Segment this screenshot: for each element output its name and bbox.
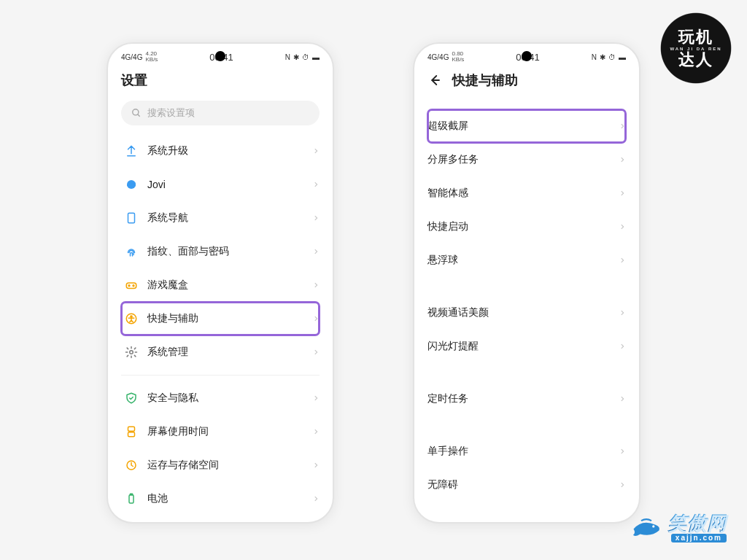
list-item-label: Jovi: [147, 179, 312, 190]
list-item[interactable]: 定时任务: [427, 382, 626, 416]
list-item[interactable]: 屏幕使用时间: [121, 415, 320, 448]
list-item-label: 电池: [147, 492, 312, 505]
storage-icon: [121, 459, 142, 472]
search-icon: [131, 108, 142, 118]
list-item[interactable]: 闪光灯提醒: [427, 330, 626, 363]
list-item[interactable]: 超级截屏: [427, 109, 626, 143]
list-item[interactable]: 运存与存储空间: [121, 448, 320, 482]
list-item-label: 闪光灯提醒: [427, 340, 619, 353]
nav-icon: [121, 211, 142, 225]
divider: [121, 375, 320, 376]
list-item[interactable]: 系统升级: [121, 134, 320, 168]
fish-icon: [631, 517, 662, 539]
chevron-right-icon: [312, 179, 320, 190]
list-item[interactable]: 智能体感: [427, 176, 626, 210]
battery-icon: ▬: [312, 53, 320, 61]
bluetooth-icon: ✱: [293, 53, 299, 61]
svg-rect-15: [131, 494, 133, 495]
list-item[interactable]: 安全与隐私: [121, 381, 320, 415]
watermark-url: xajjn.com: [671, 534, 727, 542]
svg-point-17: [652, 525, 654, 527]
svg-line-1: [138, 114, 140, 117]
chevron-right-icon: [619, 222, 626, 232]
svg-point-9: [131, 316, 132, 317]
search-placeholder: 搜索设置项: [147, 106, 195, 120]
chevron-right-icon: [619, 155, 626, 165]
svg-rect-11: [128, 427, 135, 431]
chevron-right-icon: [312, 347, 320, 357]
list-item-label: 快捷启动: [427, 220, 619, 233]
search-input[interactable]: 搜索设置项: [121, 101, 320, 125]
list-item[interactable]: 悬浮球: [427, 244, 626, 277]
list-item-label: 视频通话美颜: [427, 306, 619, 319]
list-item[interactable]: 分屏多任务: [427, 143, 626, 176]
nfc-icon: N: [592, 53, 597, 61]
list-item[interactable]: 系统管理: [121, 335, 320, 369]
list-item-label: 快捷与辅助: [147, 312, 312, 325]
bluetooth-icon: ✱: [600, 53, 605, 61]
chevron-right-icon: [619, 446, 626, 456]
list-item-label: 系统升级: [147, 144, 312, 158]
page-title-row: 设置: [118, 66, 322, 96]
brand-badge: 玩机 WAN JI DA REN 达人: [661, 13, 731, 83]
list-item-label: 智能体感: [427, 187, 619, 200]
security-icon: [121, 392, 142, 405]
system-mgmt-icon: [121, 346, 142, 359]
svg-point-6: [128, 285, 130, 287]
chevron-right-icon: [312, 494, 320, 504]
list-item-label: 运存与存储空间: [147, 459, 312, 472]
alarm-icon: ⏱: [608, 53, 616, 61]
list-item[interactable]: 单手操作: [427, 435, 626, 468]
chevron-right-icon: [312, 146, 320, 156]
chevron-right-icon: [312, 393, 320, 403]
list-item-label: 分屏多任务: [427, 153, 619, 166]
list-item[interactable]: 视频通话美颜: [427, 296, 626, 330]
list-item-label: 屏幕使用时间: [147, 425, 312, 438]
list-item[interactable]: 游戏魔盒: [121, 268, 320, 302]
list-item[interactable]: 无障碍: [427, 468, 626, 502]
page-title: 设置: [121, 71, 147, 89]
chevron-right-icon: [619, 341, 626, 351]
net-speed: 0.80KB/s: [452, 51, 464, 63]
list-item-label: 系统管理: [147, 346, 312, 359]
list-item[interactable]: 系统导航: [121, 201, 320, 235]
battery-icon: ▬: [619, 53, 626, 61]
notch: [215, 51, 225, 61]
phone-shortcuts: 4G/4G 0.80KB/s 00:41 N ✱ ⏱ ▬ 快捷与辅助 超级截屏分…: [413, 42, 640, 524]
svg-rect-12: [128, 432, 135, 437]
signal-icon: 4G/4G: [121, 53, 142, 61]
svg-point-7: [133, 285, 134, 287]
page-title: 快捷与辅助: [452, 71, 518, 89]
list-item[interactable]: 电池: [121, 482, 320, 516]
list-item-label: 单手操作: [427, 445, 619, 458]
list-item-label: 定时任务: [427, 392, 619, 405]
chevron-right-icon: [619, 188, 626, 198]
chevron-right-icon: [312, 460, 320, 470]
jovi-icon: Jovi: [121, 178, 142, 191]
net-speed: 4.20KB/s: [145, 51, 158, 63]
chevron-right-icon: [312, 427, 320, 437]
back-arrow-icon: [428, 74, 441, 87]
chevron-right-icon: [312, 246, 320, 257]
chevron-right-icon: [619, 121, 626, 131]
list-item-label: 悬浮球: [427, 254, 619, 267]
chevron-right-icon: [312, 280, 320, 290]
list-item-label: 游戏魔盒: [147, 279, 312, 292]
screentime-icon: [121, 425, 142, 438]
list-item[interactable]: JoviJovi: [121, 168, 320, 201]
notch: [522, 51, 532, 61]
back-button[interactable]: [427, 73, 442, 88]
list-item[interactable]: 快捷与辅助: [121, 302, 320, 335]
nfc-icon: N: [285, 53, 290, 61]
list-item[interactable]: 指纹、面部与密码: [121, 235, 320, 268]
accessibility-icon: [121, 312, 142, 325]
watermark: 笑傲网 xajjn.com: [631, 513, 727, 542]
list-item-label: 无障碍: [427, 478, 619, 491]
list-item[interactable]: 快捷启动: [427, 210, 626, 244]
list-item-label: 系统导航: [147, 211, 312, 225]
svg-text:Jovi: Jovi: [128, 182, 136, 187]
alarm-icon: ⏱: [302, 53, 309, 61]
list-item-label: 安全与隐私: [147, 392, 312, 405]
fingerprint-icon: [121, 245, 142, 258]
badge-line2: 达人: [678, 51, 713, 68]
